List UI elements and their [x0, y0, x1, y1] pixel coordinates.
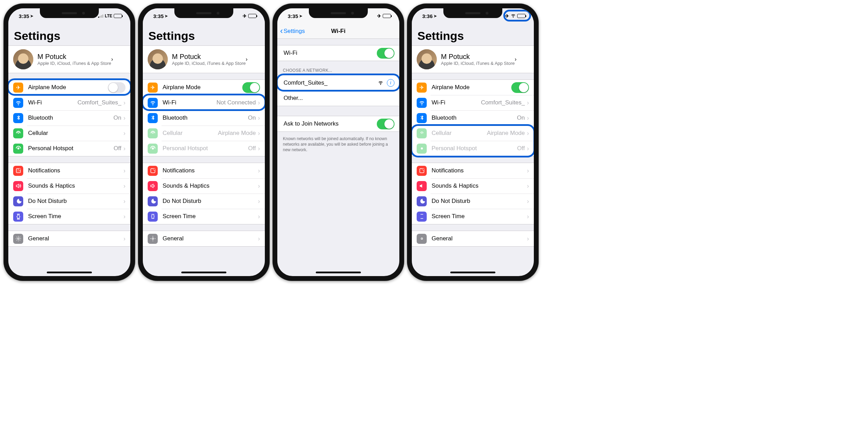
bluetooth-icon	[13, 113, 23, 123]
dnd-row[interactable]: Do Not Disturb›	[412, 194, 534, 209]
status-time: 3:36	[422, 13, 433, 19]
wifi-value: Comfort_Suites_	[77, 99, 121, 106]
info-button[interactable]: i	[387, 79, 394, 87]
hotspot-row[interactable]: Personal Hotspot Off ›	[143, 141, 265, 156]
hotspot-row[interactable]: Personal Hotspot Off ›	[8, 141, 130, 156]
cellular-icon	[148, 128, 158, 138]
chevron-icon: ›	[123, 235, 125, 242]
wifi-row[interactable]: Wi-Fi Comfort_Suites_ ›	[412, 95, 534, 110]
location-icon: ➤	[434, 14, 437, 18]
sounds-row[interactable]: Sounds & Haptics ›	[8, 178, 130, 194]
chevron-icon: ›	[527, 213, 529, 220]
ask-join-row[interactable]: Ask to Join Networks	[277, 116, 399, 131]
home-indicator[interactable]	[181, 272, 226, 273]
home-indicator[interactable]	[450, 272, 495, 273]
chevron-icon: ›	[527, 114, 529, 122]
notifications-row[interactable]: Notifications›	[143, 163, 265, 178]
screentime-row[interactable]: Screen Time›	[412, 209, 534, 224]
hotspot-icon	[148, 144, 158, 154]
wifi-row[interactable]: Wi-Fi Not Connected ›	[143, 95, 265, 110]
airplane-toggle[interactable]	[108, 82, 125, 93]
battery-icon	[248, 14, 257, 18]
sounds-label: Sounds & Haptics	[163, 182, 209, 189]
location-icon: ➤	[299, 14, 302, 18]
dnd-row[interactable]: Do Not Disturb›	[143, 194, 265, 209]
sounds-icon	[148, 181, 158, 191]
chevron-icon: ›	[246, 56, 248, 62]
screentime-row[interactable]: Screen Time ›	[8, 209, 130, 224]
cellular-row[interactable]: Cellular Airplane Mode ›	[412, 126, 534, 141]
hotspot-row[interactable]: Personal Hotspot Off ›	[412, 141, 534, 156]
bluetooth-row[interactable]: Bluetooth On ›	[412, 110, 534, 126]
general-icon	[148, 234, 158, 244]
sounds-label: Sounds & Haptics	[28, 182, 75, 189]
notifications-row[interactable]: Notifications ›	[8, 163, 130, 178]
apple-id-row[interactable]: M Potuck Apple ID, iCloud, iTunes & App …	[8, 46, 130, 73]
screen: 3:35 ➤ ✈ ‹Settings Wi-Fi Wi-Fi CHOOSE A …	[277, 8, 399, 276]
chevron-icon: ›	[527, 182, 529, 190]
network-row[interactable]: Comfort_Suites_ i	[277, 75, 399, 91]
cellular-icon	[13, 128, 23, 138]
screentime-row[interactable]: Screen Time›	[143, 209, 265, 224]
phone-3: 3:35 ➤ ✈ ‹Settings Wi-Fi Wi-Fi CHOOSE A …	[272, 3, 404, 281]
general-row[interactable]: General›	[412, 231, 534, 246]
bluetooth-label: Bluetooth	[28, 114, 53, 121]
wifi-toggle-row[interactable]: Wi-Fi	[277, 45, 399, 61]
bluetooth-row[interactable]: Bluetooth On ›	[143, 110, 265, 126]
bluetooth-value: On	[113, 114, 121, 121]
apple-id-row[interactable]: M Potuck Apple ID, iCloud, iTunes & App …	[143, 46, 265, 73]
location-icon: ➤	[165, 14, 168, 18]
chevron-icon: ›	[527, 99, 529, 106]
svg-point-5	[153, 168, 155, 170]
ask-toggle[interactable]	[377, 119, 394, 129]
wifi-settings[interactable]: Wi-Fi CHOOSE A NETWORK... Comfort_Suites…	[277, 39, 399, 276]
hotspot-label: Personal Hotspot	[163, 145, 208, 152]
airplane-mode-row[interactable]: ✈ Airplane Mode	[8, 80, 130, 95]
notifications-row[interactable]: Notifications›	[412, 163, 534, 178]
profile-name: M Potuck	[172, 53, 246, 61]
ask-footer: Known networks will be joined automatica…	[277, 134, 399, 155]
chevron-icon: ›	[258, 182, 260, 190]
status-time: 3:35	[19, 13, 29, 19]
general-row[interactable]: General ›	[8, 231, 130, 246]
cellular-row[interactable]: Cellular ›	[8, 126, 130, 141]
bluetooth-label: Bluetooth	[432, 114, 457, 121]
svg-point-2	[18, 168, 20, 170]
svg-point-8	[422, 168, 424, 170]
general-row[interactable]: General›	[143, 231, 265, 246]
wifi-row[interactable]: Wi-Fi Comfort_Suites_ ›	[8, 95, 130, 110]
airplane-icon: ✈	[417, 83, 427, 93]
notifications-icon	[148, 166, 158, 176]
sounds-row[interactable]: Sounds & Haptics›	[143, 178, 265, 194]
home-indicator[interactable]	[47, 272, 92, 273]
sounds-row[interactable]: Sounds & Haptics›	[412, 178, 534, 194]
cellular-value: Airplane Mode	[487, 130, 525, 137]
general-label: General	[432, 235, 452, 242]
settings-list[interactable]: M Potuck Apple ID, iCloud, iTunes & App …	[8, 45, 130, 276]
ask-label: Ask to Join Networks	[284, 120, 339, 127]
airplane-mode-row[interactable]: ✈ Airplane Mode	[412, 80, 534, 95]
airplane-toggle[interactable]	[511, 82, 529, 93]
home-indicator[interactable]	[316, 272, 361, 273]
chevron-icon: ›	[258, 235, 260, 242]
dnd-row[interactable]: Do Not Disturb ›	[8, 194, 130, 209]
choose-network-header: CHOOSE A NETWORK...	[277, 66, 399, 75]
chevron-icon: ›	[123, 99, 125, 106]
wifi-toggle[interactable]	[377, 48, 394, 59]
nav-title: Wi-Fi	[331, 28, 345, 35]
back-button[interactable]: ‹Settings	[280, 27, 305, 35]
wifi-icon	[13, 98, 23, 108]
battery-icon	[517, 14, 526, 18]
notch	[174, 8, 233, 18]
bluetooth-row[interactable]: Bluetooth On ›	[8, 110, 130, 126]
other-network-row[interactable]: Other...	[277, 91, 399, 106]
settings-list[interactable]: M Potuck Apple ID, iCloud, iTunes & App …	[143, 45, 265, 276]
settings-list[interactable]: M Potuck Apple ID, iCloud, iTunes & App …	[412, 45, 534, 276]
phone-1: 3:35 ➤ LTE Settings M Potuck Apple ID, i…	[3, 3, 135, 281]
airplane-toggle[interactable]	[242, 82, 260, 93]
apple-id-row[interactable]: M Potuck Apple ID, iCloud, iTunes & App …	[412, 46, 534, 73]
screentime-label: Screen Time	[432, 213, 465, 220]
general-label: General	[163, 235, 183, 242]
cellular-row[interactable]: Cellular Airplane Mode ›	[143, 126, 265, 141]
airplane-mode-row[interactable]: ✈ Airplane Mode	[143, 80, 265, 95]
